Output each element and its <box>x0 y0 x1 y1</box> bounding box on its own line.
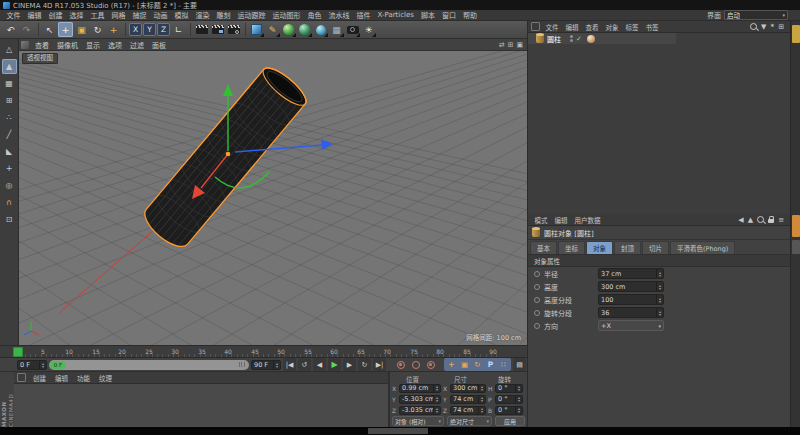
up-arrow-icon[interactable]: ▲ <box>748 216 753 224</box>
undo-button[interactable]: ↶ <box>3 22 18 37</box>
tab-slice[interactable]: 切片 <box>642 241 669 254</box>
gear-icon[interactable]: * <box>770 23 774 31</box>
enabled-check-icon[interactable]: ✓ <box>576 35 582 43</box>
menu-script[interactable]: 脚本 <box>417 10 438 20</box>
viewport-menu-display[interactable]: 显示 <box>82 40 104 50</box>
spinner-icon[interactable] <box>433 396 440 403</box>
height-segments-field[interactable]: 100 <box>598 294 664 305</box>
coordinate-mode-dropdown[interactable]: 对象 (相对)▾ <box>392 416 444 426</box>
play-backwards-button[interactable]: ↺ <box>298 358 311 371</box>
keyframe-circle-icon[interactable] <box>534 297 540 303</box>
menu-mesh[interactable]: 网格 <box>108 10 129 20</box>
spinner-icon[interactable] <box>656 295 663 304</box>
visibility-dots-toggle[interactable] <box>570 35 573 42</box>
render-picture-viewer-button[interactable] <box>210 22 225 37</box>
size-x-field[interactable]: 300 cm <box>450 384 486 393</box>
panel-tab-attributes[interactable] <box>792 215 800 237</box>
position-x-field[interactable]: 0.99 cm <box>399 384 441 393</box>
model-mode-icon[interactable]: ▲ <box>2 59 17 74</box>
phong-tag-icon[interactable] <box>587 35 595 43</box>
height-field[interactable]: 300 cm <box>598 281 664 292</box>
polygons-mode-icon[interactable]: ◣ <box>2 144 17 159</box>
move-tool[interactable]: + <box>58 22 73 37</box>
render-settings-button[interactable] <box>226 22 241 37</box>
material-menu-edit[interactable]: 编辑 <box>51 373 72 383</box>
rotation-b-field[interactable]: 0 ° <box>495 406 523 415</box>
spinner-icon[interactable] <box>515 407 522 414</box>
maximize-view-icon[interactable]: ▣ <box>516 41 523 49</box>
record-rotation-toggle[interactable]: ↻ <box>471 358 484 371</box>
generator-button[interactable] <box>297 22 312 37</box>
rotation-segments-field[interactable]: 36 <box>598 307 664 318</box>
list-icon[interactable]: ≡ <box>778 216 784 224</box>
scale-tool[interactable]: ▣ <box>74 22 89 37</box>
live-selection-tool[interactable]: ↖ <box>42 22 57 37</box>
previous-frame-button[interactable]: ◀ <box>313 358 326 371</box>
spinner-icon[interactable] <box>478 407 485 414</box>
position-y-field[interactable]: -5.303 cm <box>399 395 441 404</box>
material-menu-function[interactable]: 功能 <box>73 373 94 383</box>
primitive-cube-button[interactable] <box>249 22 264 37</box>
keyframe-circle-icon[interactable] <box>534 310 540 316</box>
apply-button[interactable]: 应用 <box>495 416 525 426</box>
points-mode-icon[interactable]: ∴ <box>2 110 17 125</box>
perspective-viewport[interactable]: 查看 摄像机 显示 选项 过滤 面板 ⇄ ⊞ ▣ <box>19 39 527 345</box>
grid-icon[interactable]: ⊞ <box>778 23 784 31</box>
menu-help[interactable]: 帮助 <box>459 10 480 20</box>
tab-object[interactable]: 对象 <box>586 241 613 254</box>
om-menu-bookmarks[interactable]: 书签 <box>642 22 662 32</box>
record-parameter-toggle[interactable]: P <box>484 358 497 371</box>
menu-tools[interactable]: 工具 <box>87 10 108 20</box>
edges-mode-icon[interactable]: ╱ <box>2 127 17 142</box>
om-menu-view[interactable]: 查看 <box>582 22 602 32</box>
spinner-icon[interactable] <box>273 361 280 369</box>
material-panel-icon[interactable] <box>17 373 26 382</box>
autokeying-button[interactable] <box>409 358 422 371</box>
om-menu-objects[interactable]: 对象 <box>602 22 622 32</box>
rotation-p-field[interactable]: 0 ° <box>495 395 523 404</box>
goto-start-button[interactable]: |◀ <box>283 358 296 371</box>
play-forwards-button[interactable]: ▶ <box>328 358 341 371</box>
size-z-field[interactable]: 74 cm <box>450 406 486 415</box>
spinner-icon[interactable] <box>515 396 522 403</box>
loop-button[interactable]: ↻ <box>358 358 371 371</box>
lock-z-axis-button[interactable]: Z <box>157 23 170 36</box>
goto-end-button[interactable]: ▶| <box>373 358 386 371</box>
slider-handle[interactable]: 0 F <box>50 361 66 369</box>
end-frame-field[interactable]: 90 F <box>251 360 281 370</box>
lock-x-axis-button[interactable]: X <box>129 23 142 36</box>
menu-xparticles[interactable]: X-Particles <box>374 11 417 19</box>
viewport-menu-panel[interactable]: 面板 <box>148 40 170 50</box>
search-icon[interactable] <box>757 216 764 223</box>
size-y-field[interactable]: 74 cm <box>450 395 486 404</box>
keyframe-film-icon[interactable]: ▤ <box>513 358 526 371</box>
tab-coordinates[interactable]: 坐标 <box>558 241 585 254</box>
history-back-icon[interactable]: ◀ <box>738 216 743 224</box>
material-menu-create[interactable]: 创建 <box>29 373 50 383</box>
menu-pipeline[interactable]: 流水线 <box>325 10 353 20</box>
search-icon[interactable] <box>750 23 757 30</box>
om-menu-edit[interactable]: 编辑 <box>562 22 582 32</box>
viewport-menu-view[interactable]: 查看 <box>31 40 53 50</box>
viewport-menu-cameras[interactable]: 摄像机 <box>53 40 82 50</box>
record-position-toggle[interactable]: + <box>445 358 458 371</box>
menu-select[interactable]: 选择 <box>66 10 87 20</box>
viewport-menu-options[interactable]: 选项 <box>104 40 126 50</box>
spinner-icon[interactable] <box>478 396 485 403</box>
om-menu-file[interactable]: 文件 <box>542 22 562 32</box>
menu-render[interactable]: 渲染 <box>192 10 213 20</box>
material-menu-texture[interactable]: 纹理 <box>95 373 116 383</box>
spinner-icon[interactable] <box>656 308 663 317</box>
object-panel-icon[interactable] <box>531 22 540 31</box>
menu-file[interactable]: 文件 <box>3 10 24 20</box>
menu-create[interactable]: 创建 <box>45 10 66 20</box>
keyframe-circle-icon[interactable] <box>534 323 540 329</box>
timeline-slider[interactable]: 0 F <box>49 360 249 370</box>
enable-axis-icon[interactable]: + <box>2 161 17 176</box>
viewport-canvas[interactable] <box>19 51 527 345</box>
light-button[interactable]: ☀ <box>361 22 376 37</box>
object-manager-list[interactable]: 圆柱 ✓ <box>528 33 790 214</box>
position-z-field[interactable]: -3.035 cm <box>399 406 441 415</box>
radius-field[interactable]: 37 cm <box>598 268 664 279</box>
keyframe-circle-icon[interactable] <box>534 284 540 290</box>
